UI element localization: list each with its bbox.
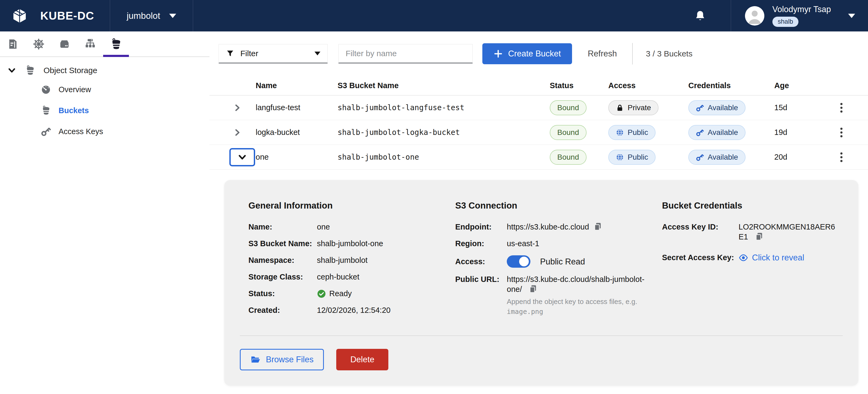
- general-information-section: General Information Name: one S3 Bucket …: [248, 200, 442, 322]
- expand-row-chevron-right-icon[interactable]: [234, 104, 241, 112]
- toolbar-divider: [632, 43, 633, 64]
- field-label: Endpoint:: [455, 222, 507, 232]
- help-example-code: image.png: [507, 307, 649, 317]
- sidebar-item-label: Buckets: [59, 106, 89, 115]
- sidebar-tree: Object Storage Overview Buckets Access K…: [0, 62, 210, 142]
- copy-icon[interactable]: [529, 284, 538, 293]
- public-access-toggle[interactable]: [507, 255, 530, 268]
- table-header-row: Name S3 Bucket Name Status Access Creden…: [210, 76, 868, 95]
- sidebar-item-label: Access Keys: [59, 127, 103, 136]
- server-icon: [58, 38, 71, 50]
- field-label: Public URL:: [455, 274, 507, 284]
- status-badge: Bound: [550, 150, 587, 165]
- status-badge: Bound: [550, 125, 587, 140]
- tab-compute[interactable]: [52, 31, 78, 56]
- col-header-status: Status: [550, 81, 608, 90]
- tab-catalog[interactable]: [0, 31, 26, 56]
- brand: KUBE-DC: [0, 0, 110, 31]
- buckets-toolbar: Filter Create Bucket Refresh 3 / 3 Bucke…: [219, 43, 692, 64]
- table-row[interactable]: langfuse-test shalb-jumbolot-langfuse-te…: [210, 95, 868, 120]
- sidebar-item-overview[interactable]: Overview: [0, 79, 210, 100]
- field-label: Status:: [248, 289, 317, 299]
- field-label: Created:: [248, 305, 317, 315]
- tab-network[interactable]: [78, 31, 103, 56]
- credentials-badge: Available: [688, 150, 746, 165]
- col-header-name: Name: [256, 81, 338, 90]
- bucket-detail-panel: General Information Name: one S3 Bucket …: [224, 180, 858, 386]
- sidebar-item-access-keys[interactable]: Access Keys: [0, 121, 210, 142]
- user-org-badge: shalb: [772, 17, 799, 27]
- endpoint-value: https://s3.kube-dc.cloud: [507, 222, 589, 232]
- refresh-button[interactable]: Refresh: [588, 49, 617, 59]
- plus-icon: [494, 49, 503, 58]
- header-right: Volodymyr Tsap shalb: [694, 0, 868, 31]
- brand-title: KUBE-DC: [40, 9, 94, 22]
- field-label: S3 Bucket Name:: [248, 238, 317, 249]
- project-name: jumbolot: [127, 11, 160, 21]
- help-text: Append the object key to access files, e…: [507, 297, 649, 307]
- access-badge: Public: [608, 150, 656, 165]
- user-menu[interactable]: Volodymyr Tsap shalb: [731, 5, 868, 27]
- filter-dropdown[interactable]: Filter: [219, 44, 328, 63]
- key-icon: [696, 129, 704, 137]
- click-to-reveal-link[interactable]: Click to reveal: [739, 253, 804, 262]
- bucket-age: 19d: [774, 128, 835, 137]
- helm-wheel-icon: [32, 38, 45, 50]
- public-url-help: Append the object key to access files, e…: [507, 297, 649, 317]
- chevron-down-icon: [314, 52, 320, 55]
- eye-icon: [739, 253, 748, 262]
- copy-icon[interactable]: [593, 222, 602, 231]
- bucket-age: 20d: [774, 153, 835, 162]
- region-value: us-east-1: [507, 238, 539, 249]
- field-label: Region:: [455, 238, 507, 249]
- tab-object-storage[interactable]: [103, 31, 129, 56]
- filter-dropdown-label: Filter: [240, 49, 258, 58]
- check-circle-icon: [317, 289, 326, 298]
- public-url-value: https://s3.kube-dc.cloud/shalb-jumbolot-…: [507, 274, 649, 294]
- panel-divider: [240, 335, 843, 336]
- chevron-down-icon: [238, 153, 246, 161]
- bucket-name: logka-bucket: [256, 128, 338, 137]
- bucket-count: 3 / 3 Buckets: [646, 49, 692, 58]
- app-header: KUBE-DC jumbolot Volodymyr Tsap shalb: [0, 0, 868, 31]
- delete-button[interactable]: Delete: [336, 349, 389, 370]
- field-value: shalb-jumbolot-one: [317, 238, 383, 249]
- copy-icon[interactable]: [755, 232, 764, 241]
- table-row-expanded[interactable]: one shalb-jumbolot-one Bound Public Avai…: [210, 145, 868, 170]
- field-label: Access Key ID:: [662, 222, 739, 232]
- tree-root-label: Object Storage: [43, 66, 97, 75]
- bucket-icon: [25, 65, 35, 76]
- chevron-down-icon: [8, 67, 16, 74]
- panel-actions: Browse Files Delete: [240, 349, 389, 370]
- tab-kubernetes[interactable]: [26, 31, 52, 56]
- field-value: shalb-jumbolot: [317, 255, 368, 265]
- create-bucket-button[interactable]: Create Bucket: [482, 43, 572, 64]
- s3-bucket-name: shalb-jumbolot-langfuse-test: [338, 103, 550, 112]
- section-title: General Information: [248, 200, 442, 211]
- table-row[interactable]: logka-bucket shalb-jumbolot-logka-bucket…: [210, 120, 868, 145]
- filter-by-name-input[interactable]: [338, 44, 473, 63]
- buckets-table: Name S3 Bucket Name Status Access Creden…: [210, 76, 868, 170]
- notifications-bell-icon[interactable]: [694, 9, 706, 22]
- kebab-menu-icon[interactable]: [840, 152, 843, 162]
- kebab-menu-icon[interactable]: [840, 128, 843, 138]
- bucket-name: one: [256, 153, 338, 162]
- globe-icon: [616, 153, 624, 161]
- sidebar-item-buckets[interactable]: Buckets: [0, 100, 210, 121]
- topology-icon: [84, 38, 96, 50]
- bucket-icon: [41, 105, 51, 116]
- field-label: Namespace:: [248, 255, 317, 265]
- project-selector[interactable]: jumbolot: [110, 0, 193, 31]
- browse-files-button[interactable]: Browse Files: [240, 349, 324, 370]
- access-mode-value: Public Read: [540, 257, 585, 266]
- field-label: Name:: [248, 222, 317, 232]
- collapse-row-button[interactable]: [229, 148, 255, 166]
- kebab-menu-icon[interactable]: [840, 103, 843, 113]
- tree-object-storage[interactable]: Object Storage: [0, 62, 210, 79]
- credentials-badge: Available: [688, 125, 746, 140]
- avatar: [745, 6, 764, 26]
- bucket-icon: [110, 38, 122, 50]
- access-key-id-value: LO2ROOKMMGEN18AER6E1: [739, 222, 839, 242]
- globe-icon: [616, 129, 624, 137]
- expand-row-chevron-right-icon[interactable]: [234, 129, 241, 136]
